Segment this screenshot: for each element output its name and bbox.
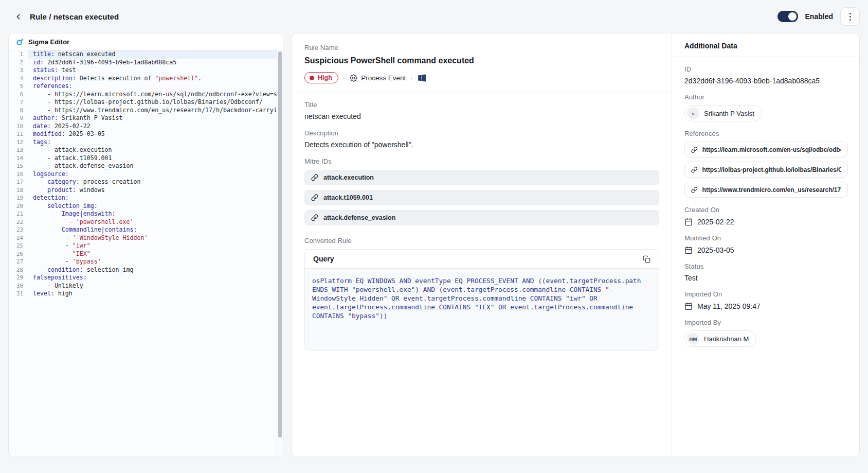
editor-line[interactable]: 14 - attack.t1059.001	[9, 154, 283, 163]
editor-line[interactable]: 23 Commandline|contains:	[9, 226, 283, 234]
line-number: 6	[9, 91, 28, 99]
code-text: product: windows	[28, 186, 283, 195]
avatar: s	[687, 107, 699, 119]
severity-badge: High	[304, 72, 338, 83]
editor-line[interactable]: 16logsource:	[9, 170, 283, 179]
editor-line[interactable]: 29falsepositives:	[9, 274, 283, 282]
mitre-id-pill[interactable]: attack.defense_evasion	[304, 210, 659, 225]
reference-link[interactable]: https://learn.microsoft.com/en-us/sql/od…	[684, 142, 848, 157]
line-number: 10	[9, 122, 28, 131]
code-text: - 'powershell.exe'	[28, 218, 283, 226]
code-text: - '-WindowStyle Hidden'	[28, 234, 283, 242]
kebab-menu-icon	[849, 13, 851, 21]
author-chip: s Srikanth P Vasist	[684, 105, 762, 121]
author-label: Author	[684, 93, 848, 101]
code-text: description: Detects execution of "power…	[28, 75, 283, 83]
code-editor[interactable]: 1title: netscan executed2id: 2d32dd6f-31…	[9, 50, 283, 457]
editor-line[interactable]: 28 condition: selection_img	[9, 266, 283, 274]
editor-line[interactable]: 7 - https://lolbas-project.github.io/lol…	[9, 98, 283, 107]
editor-line[interactable]: 27 - 'bypass'	[9, 258, 283, 266]
editor-line[interactable]: 3status: test	[9, 66, 283, 75]
editor-line[interactable]: 30 - Unlikely	[9, 282, 283, 290]
editor-line[interactable]: 2id: 2d32dd6f-3196-4093-b9eb-1ad8ab088ca…	[9, 59, 283, 67]
line-number: 28	[9, 266, 28, 274]
editor-line[interactable]: 1title: netscan executed	[9, 50, 283, 59]
line-number: 5	[9, 82, 28, 91]
id-label: ID	[684, 65, 848, 73]
reference-link[interactable]: https://lolbas-project.github.io/lolbas/…	[684, 162, 848, 178]
additional-data-column: Additional Data ID 2d32dd6f-3196-4093-b9…	[672, 33, 860, 457]
editor-line[interactable]: 25 - "iwr"	[9, 242, 283, 250]
code-text: falsepositives:	[28, 274, 283, 282]
severity-text: High	[318, 74, 332, 81]
editor-line[interactable]: 22 - 'powershell.exe'	[9, 218, 283, 226]
editor-line[interactable]: 24 - '-WindowStyle Hidden'	[9, 234, 283, 242]
additional-data-title: Additional Data	[684, 42, 848, 57]
title-value: netscan executed	[304, 112, 659, 120]
code-text: level: high	[28, 290, 283, 298]
avatar: HM	[687, 332, 699, 345]
event-type-text: Process Event	[361, 74, 406, 82]
editor-line[interactable]: 18 product: windows	[9, 186, 283, 195]
editor-line[interactable]: 12tags:	[9, 138, 283, 147]
mitre-id-pill[interactable]: attack.execution	[304, 170, 659, 185]
imported-on-label: Imported On	[684, 290, 848, 298]
dot-separator: ·	[410, 74, 412, 82]
line-number: 29	[9, 274, 28, 282]
more-options-button[interactable]	[840, 7, 860, 26]
page-title: Rule / netscan executed	[30, 12, 119, 21]
editor-line[interactable]: 21 Image|endswith:	[9, 210, 283, 218]
modified-on-value: 2025-03-05	[684, 246, 848, 254]
code-text: - attack.execution	[28, 146, 283, 154]
editor-line[interactable]: 11modified: 2025-03-05	[9, 130, 283, 138]
scrollbar-thumb[interactable]	[278, 51, 282, 437]
imported-by-label: Imported By	[684, 319, 848, 326]
code-text: - attack.t1059.001	[28, 154, 283, 163]
rule-summary-column: Rule Name Suspicious PowerShell command …	[292, 33, 672, 457]
editor-lines: 1title: netscan executed2id: 2d32dd6f-31…	[9, 50, 283, 298]
rule-meta-row: High · Process Event ·	[304, 72, 659, 83]
enabled-toggle[interactable]	[777, 11, 798, 22]
editor-line[interactable]: 4description: Detects execution of "powe…	[9, 75, 283, 83]
editor-line[interactable]: 17 category: process_creation	[9, 178, 283, 186]
editor-line[interactable]: 5references:	[9, 82, 283, 91]
editor-line[interactable]: 15 - attack.defense_evasion	[9, 162, 283, 170]
link-icon	[691, 146, 698, 153]
editor-line[interactable]: 8 - https://www.trendmicro.com/en_us/res…	[9, 107, 283, 115]
line-number: 25	[9, 242, 28, 250]
query-body: osPlatform EQ WINDOWS AND eventType EQ P…	[305, 269, 659, 350]
editor-scrollbar[interactable]	[277, 50, 283, 457]
editor-line[interactable]: 20 selection_img:	[9, 202, 283, 211]
reference-url: https://www.trendmicro.com/en_us/researc…	[702, 186, 841, 194]
windows-logo-icon	[418, 74, 426, 82]
back-button[interactable]	[11, 10, 25, 23]
divider	[292, 92, 672, 92]
created-on-label: Created On	[684, 206, 848, 214]
imported-on-value: May 11, 2025 09:47	[684, 302, 848, 310]
editor-line[interactable]: 31level: high	[9, 290, 283, 298]
line-number: 14	[9, 154, 28, 163]
code-text: condition: selection_img	[28, 266, 283, 274]
query-label: Query	[313, 255, 334, 263]
code-text: Image|endswith:	[28, 210, 283, 218]
copy-query-button[interactable]	[643, 255, 650, 263]
editor-line[interactable]: 26 - "IEX"	[9, 250, 283, 258]
editor-line[interactable]: 13 - attack.execution	[9, 146, 283, 154]
editor-line[interactable]: 9author: Srikanth P Vasist	[9, 114, 283, 122]
line-number: 18	[9, 186, 28, 195]
editor-line[interactable]: 10date: 2025-02-22	[9, 122, 283, 131]
calendar-icon	[684, 246, 693, 254]
line-number: 13	[9, 146, 28, 154]
dot-separator: ·	[343, 74, 345, 82]
link-icon	[311, 194, 318, 201]
mitre-id-pill[interactable]: attack.t1059.001	[304, 190, 659, 205]
editor-line[interactable]: 19detection:	[9, 194, 283, 202]
line-number: 4	[9, 75, 28, 83]
reference-url: https://learn.microsoft.com/en-us/sql/od…	[702, 146, 841, 153]
editor-line[interactable]: 6 - https://learn.microsoft.com/en-us/sq…	[9, 91, 283, 99]
line-number: 15	[9, 162, 28, 170]
event-type: Process Event	[350, 74, 406, 82]
reference-link[interactable]: https://www.trendmicro.com/en_us/researc…	[684, 182, 848, 198]
line-number: 22	[9, 218, 28, 226]
chevron-left-icon	[14, 12, 23, 21]
